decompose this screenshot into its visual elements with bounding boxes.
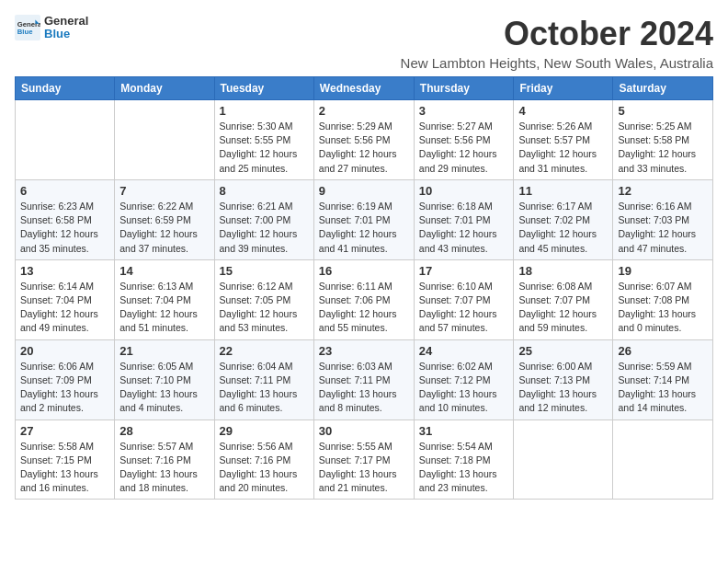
- day-number: 13: [20, 264, 109, 278]
- day-number: 18: [518, 264, 608, 278]
- day-number: 30: [319, 424, 409, 438]
- day-number: 11: [518, 184, 608, 198]
- calendar-cell: [16, 100, 115, 180]
- day-number: 6: [20, 184, 109, 198]
- day-info: Sunrise: 6:03 AM Sunset: 7:11 PM Dayligh…: [319, 360, 409, 416]
- day-info: Sunrise: 6:23 AM Sunset: 6:58 PM Dayligh…: [20, 200, 109, 256]
- logo-icon: General Blue: [15, 15, 40, 40]
- calendar-cell: 19Sunrise: 6:07 AM Sunset: 7:08 PM Dayli…: [613, 259, 713, 339]
- calendar-week-row: 27Sunrise: 5:58 AM Sunset: 7:15 PM Dayli…: [16, 419, 713, 500]
- day-number: 16: [319, 264, 409, 278]
- day-info: Sunrise: 6:22 AM Sunset: 6:59 PM Dayligh…: [119, 200, 209, 256]
- calendar-cell: 16Sunrise: 6:11 AM Sunset: 7:06 PM Dayli…: [313, 259, 414, 339]
- calendar-header-row: SundayMondayTuesdayWednesdayThursdayFrid…: [16, 77, 713, 100]
- day-number: 2: [319, 104, 409, 118]
- calendar-week-row: 20Sunrise: 6:06 AM Sunset: 7:09 PM Dayli…: [16, 339, 713, 419]
- svg-text:Blue: Blue: [17, 28, 33, 36]
- header-wednesday: Wednesday: [313, 77, 414, 100]
- day-info: Sunrise: 5:56 AM Sunset: 7:16 PM Dayligh…: [220, 440, 309, 496]
- title-section: October 2024 New Lambton Heights, New So…: [401, 15, 713, 71]
- calendar-cell: 31Sunrise: 5:54 AM Sunset: 7:18 PM Dayli…: [414, 419, 514, 500]
- day-info: Sunrise: 6:11 AM Sunset: 7:06 PM Dayligh…: [319, 280, 409, 336]
- day-info: Sunrise: 6:04 AM Sunset: 7:11 PM Dayligh…: [220, 360, 309, 416]
- day-number: 3: [419, 104, 509, 118]
- day-number: 23: [319, 344, 409, 358]
- header-sunday: Sunday: [16, 77, 115, 100]
- day-number: 9: [319, 184, 409, 198]
- calendar-week-row: 1Sunrise: 5:30 AM Sunset: 5:55 PM Daylig…: [16, 100, 713, 180]
- calendar-week-row: 13Sunrise: 6:14 AM Sunset: 7:04 PM Dayli…: [16, 259, 713, 339]
- day-info: Sunrise: 5:55 AM Sunset: 7:17 PM Dayligh…: [319, 440, 409, 496]
- day-number: 12: [618, 184, 708, 198]
- calendar-table: SundayMondayTuesdayWednesdayThursdayFrid…: [15, 76, 713, 500]
- day-info: Sunrise: 6:21 AM Sunset: 7:00 PM Dayligh…: [220, 200, 309, 256]
- day-info: Sunrise: 6:16 AM Sunset: 7:03 PM Dayligh…: [618, 200, 708, 256]
- day-number: 20: [20, 344, 109, 358]
- day-number: 29: [220, 424, 309, 438]
- day-info: Sunrise: 5:25 AM Sunset: 5:58 PM Dayligh…: [618, 120, 708, 176]
- day-number: 10: [419, 184, 509, 198]
- day-number: 22: [220, 344, 309, 358]
- day-info: Sunrise: 5:54 AM Sunset: 7:18 PM Dayligh…: [419, 440, 509, 496]
- calendar-cell: 25Sunrise: 6:00 AM Sunset: 7:13 PM Dayli…: [514, 339, 613, 419]
- day-number: 4: [518, 104, 608, 118]
- header-thursday: Thursday: [414, 77, 514, 100]
- header-tuesday: Tuesday: [214, 77, 313, 100]
- day-info: Sunrise: 6:12 AM Sunset: 7:05 PM Dayligh…: [220, 280, 309, 336]
- calendar-cell: [514, 419, 613, 500]
- day-info: Sunrise: 5:59 AM Sunset: 7:14 PM Dayligh…: [618, 360, 708, 416]
- day-number: 5: [618, 104, 708, 118]
- day-info: Sunrise: 6:06 AM Sunset: 7:09 PM Dayligh…: [20, 360, 109, 416]
- day-number: 28: [119, 424, 209, 438]
- day-info: Sunrise: 6:02 AM Sunset: 7:12 PM Dayligh…: [419, 360, 509, 416]
- day-number: 26: [618, 344, 708, 358]
- header-friday: Friday: [514, 77, 613, 100]
- day-number: 27: [20, 424, 109, 438]
- header-saturday: Saturday: [613, 77, 713, 100]
- day-info: Sunrise: 6:08 AM Sunset: 7:07 PM Dayligh…: [518, 280, 608, 336]
- calendar-cell: 30Sunrise: 5:55 AM Sunset: 7:17 PM Dayli…: [313, 419, 414, 500]
- day-info: Sunrise: 6:07 AM Sunset: 7:08 PM Dayligh…: [618, 280, 708, 336]
- calendar-week-row: 6Sunrise: 6:23 AM Sunset: 6:58 PM Daylig…: [16, 179, 713, 259]
- day-number: 7: [119, 184, 209, 198]
- page-header: General Blue General Blue October 2024 N…: [15, 15, 713, 71]
- day-number: 24: [419, 344, 509, 358]
- calendar-cell: 15Sunrise: 6:12 AM Sunset: 7:05 PM Dayli…: [214, 259, 313, 339]
- day-info: Sunrise: 6:13 AM Sunset: 7:04 PM Dayligh…: [119, 280, 209, 336]
- calendar-cell: 23Sunrise: 6:03 AM Sunset: 7:11 PM Dayli…: [313, 339, 414, 419]
- day-number: 14: [119, 264, 209, 278]
- calendar-cell: [115, 100, 214, 180]
- calendar-cell: 29Sunrise: 5:56 AM Sunset: 7:16 PM Dayli…: [214, 419, 313, 500]
- day-info: Sunrise: 5:58 AM Sunset: 7:15 PM Dayligh…: [20, 440, 109, 496]
- calendar-cell: 3Sunrise: 5:27 AM Sunset: 5:56 PM Daylig…: [414, 100, 514, 180]
- day-info: Sunrise: 6:10 AM Sunset: 7:07 PM Dayligh…: [419, 280, 509, 336]
- calendar-cell: 27Sunrise: 5:58 AM Sunset: 7:15 PM Dayli…: [16, 419, 115, 500]
- calendar-cell: 5Sunrise: 5:25 AM Sunset: 5:58 PM Daylig…: [613, 100, 713, 180]
- day-info: Sunrise: 5:27 AM Sunset: 5:56 PM Dayligh…: [419, 120, 509, 176]
- day-info: Sunrise: 6:05 AM Sunset: 7:10 PM Dayligh…: [119, 360, 209, 416]
- day-number: 17: [419, 264, 509, 278]
- logo: General Blue General Blue: [15, 15, 88, 41]
- calendar-title: October 2024: [401, 15, 713, 53]
- day-info: Sunrise: 5:57 AM Sunset: 7:16 PM Dayligh…: [119, 440, 209, 496]
- calendar-cell: 9Sunrise: 6:19 AM Sunset: 7:01 PM Daylig…: [313, 179, 414, 259]
- day-info: Sunrise: 6:14 AM Sunset: 7:04 PM Dayligh…: [20, 280, 109, 336]
- calendar-cell: 18Sunrise: 6:08 AM Sunset: 7:07 PM Dayli…: [514, 259, 613, 339]
- calendar-cell: 14Sunrise: 6:13 AM Sunset: 7:04 PM Dayli…: [115, 259, 214, 339]
- day-number: 31: [419, 424, 509, 438]
- day-info: Sunrise: 5:30 AM Sunset: 5:55 PM Dayligh…: [220, 120, 309, 176]
- calendar-cell: 21Sunrise: 6:05 AM Sunset: 7:10 PM Dayli…: [115, 339, 214, 419]
- calendar-subtitle: New Lambton Heights, New South Wales, Au…: [401, 55, 713, 71]
- calendar-cell: 22Sunrise: 6:04 AM Sunset: 7:11 PM Dayli…: [214, 339, 313, 419]
- day-info: Sunrise: 6:18 AM Sunset: 7:01 PM Dayligh…: [419, 200, 509, 256]
- header-monday: Monday: [115, 77, 214, 100]
- day-number: 8: [220, 184, 309, 198]
- logo-text-blue: Blue: [44, 28, 88, 40]
- calendar-cell: 4Sunrise: 5:26 AM Sunset: 5:57 PM Daylig…: [514, 100, 613, 180]
- day-info: Sunrise: 5:26 AM Sunset: 5:57 PM Dayligh…: [518, 120, 608, 176]
- calendar-cell: 1Sunrise: 5:30 AM Sunset: 5:55 PM Daylig…: [214, 100, 313, 180]
- day-info: Sunrise: 6:00 AM Sunset: 7:13 PM Dayligh…: [518, 360, 608, 416]
- calendar-cell: 10Sunrise: 6:18 AM Sunset: 7:01 PM Dayli…: [414, 179, 514, 259]
- day-number: 21: [119, 344, 209, 358]
- day-number: 1: [220, 104, 309, 118]
